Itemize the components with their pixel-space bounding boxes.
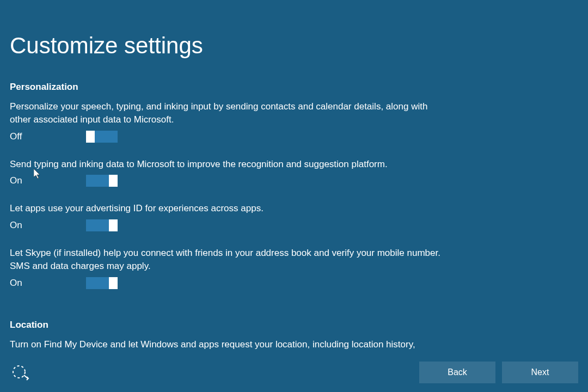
- setting-desc: Turn on Find My Device and let Windows a…: [10, 338, 445, 351]
- setting-skype: Let Skype (if installed) help you connec…: [10, 247, 445, 289]
- ease-of-access-icon: [11, 363, 30, 382]
- page-title: Customize settings: [10, 33, 578, 59]
- setting-desc: Let apps use your advertising ID for exp…: [10, 202, 445, 215]
- setting-speech-typing-inking: Personalize your speech, typing, and ink…: [10, 100, 445, 143]
- toggle-send-typing-inking[interactable]: [86, 175, 118, 187]
- setting-advertising-id: Let apps use your advertising ID for exp…: [10, 202, 445, 231]
- setting-desc: Let Skype (if installed) help you connec…: [10, 247, 445, 273]
- toggle-speech-typing-inking[interactable]: [86, 131, 118, 143]
- toggle-state-label: On: [10, 175, 86, 186]
- section-location: Location Turn on Find My Device and let …: [10, 320, 578, 351]
- personalization-heading: Personalization: [10, 82, 578, 93]
- back-button[interactable]: Back: [419, 362, 495, 383]
- toggle-state-label: On: [10, 220, 86, 231]
- toggle-skype[interactable]: [86, 277, 118, 289]
- toggle-advertising-id[interactable]: [86, 219, 118, 231]
- setting-desc: Send typing and inking data to Microsoft…: [10, 158, 445, 171]
- next-button[interactable]: Next: [502, 362, 578, 383]
- section-personalization: Personalization Personalize your speech,…: [10, 82, 578, 289]
- toggle-state-label: On: [10, 278, 86, 289]
- svg-point-0: [13, 366, 25, 378]
- footer: Back Next: [0, 357, 588, 392]
- location-heading: Location: [10, 320, 578, 330]
- setting-desc: Personalize your speech, typing, and ink…: [10, 100, 445, 126]
- setting-send-typing-inking: Send typing and inking data to Microsoft…: [10, 158, 445, 187]
- toggle-state-label: Off: [10, 131, 86, 142]
- ease-of-access-button[interactable]: [10, 362, 32, 383]
- setting-find-my-device: Turn on Find My Device and let Windows a…: [10, 338, 445, 351]
